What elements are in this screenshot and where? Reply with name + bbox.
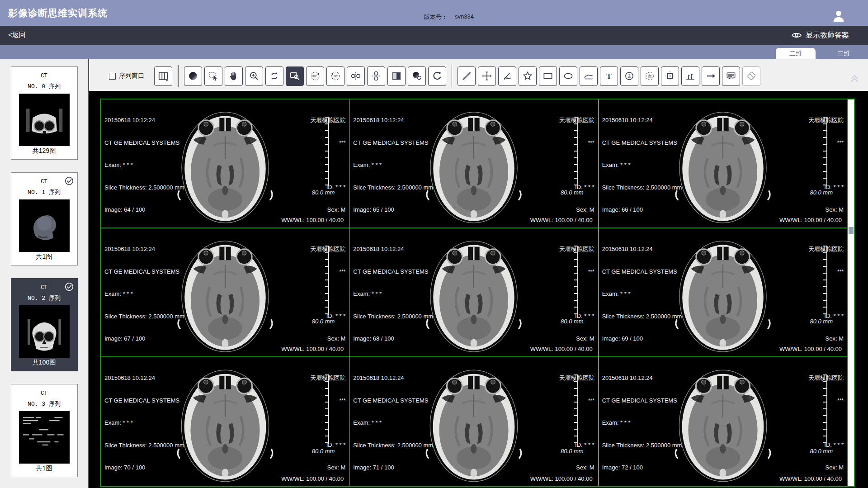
- tool-flip-horizontal-button[interactable]: [347, 66, 365, 86]
- series-card-2[interactable]: CT NO. 2 序列 共100图: [11, 278, 78, 371]
- viewer-cell-image-64[interactable]: 20150618 10:12:24 CT GE MEDICAL SYSTEMS …: [101, 99, 349, 228]
- scale-ruler: [574, 374, 578, 444]
- viewer-scrollbar[interactable]: [847, 99, 854, 486]
- person-icon: [831, 9, 846, 24]
- overlay-top-left: 20150618 10:12:24 CT GE MEDICAL SYSTEMS …: [602, 231, 682, 357]
- version-label: 版本号：: [424, 13, 448, 21]
- patient-sex: Sex: M: [808, 206, 844, 214]
- tool-reset-button[interactable]: [428, 66, 446, 86]
- star-icon: [522, 70, 533, 82]
- series-card-1[interactable]: CT NO. 1 序列 共1图: [11, 172, 78, 265]
- viewer-cell-image-72[interactable]: 20150618 10:12:24 CT GE MEDICAL SYSTEMS …: [599, 357, 847, 486]
- image-number: Image: 67 / 100: [104, 335, 184, 343]
- ct-brain-slice-image: [670, 359, 776, 484]
- tool-angle-button[interactable]: [498, 66, 516, 86]
- scale-label: 80.0 mm: [561, 189, 584, 196]
- tool-window-level-button[interactable]: [184, 66, 202, 86]
- tool-star-button[interactable]: [519, 66, 537, 86]
- main-toolbar: 序列窗口: [89, 59, 868, 91]
- scale-ruler: [325, 246, 329, 315]
- tool-comment-button[interactable]: [722, 66, 740, 86]
- image-number: Image: 69 / 100: [602, 335, 682, 343]
- overlay-top-left: 20150618 10:12:24 CT GE MEDICAL SYSTEMS …: [602, 360, 682, 486]
- ct-brain-slice-image: [172, 359, 278, 484]
- study-datetime: 20150618 10:12:24: [602, 374, 682, 382]
- patient-sex: Sex: M: [310, 464, 345, 472]
- tool-rect-select-button[interactable]: [204, 66, 222, 86]
- window-level-icon: [187, 70, 199, 82]
- tool-ellipse-button[interactable]: [559, 66, 577, 86]
- series-card-3[interactable]: CT NO. 3 序列 共1图: [11, 384, 78, 477]
- exam-label: Exam: * * *: [602, 419, 682, 427]
- tool-histogram-button[interactable]: [681, 66, 699, 86]
- tool-window-preset-button[interactable]: [408, 66, 426, 86]
- tool-flip-vertical-button[interactable]: [367, 66, 385, 86]
- tool-invert-button[interactable]: [387, 66, 406, 86]
- viewer-cell-image-68[interactable]: 20150618 10:12:24 CT GE MEDICAL SYSTEMS …: [349, 228, 598, 357]
- tab-2d[interactable]: 二维: [776, 48, 816, 59]
- image-number: Image: 66 / 100: [602, 206, 682, 214]
- series-window-label: 序列窗口: [119, 72, 144, 80]
- rotate-90-cw-icon: [330, 70, 341, 82]
- viewer-cell-image-69[interactable]: 20150618 10:12:24 CT GE MEDICAL SYSTEMS …: [599, 228, 847, 357]
- viewer-cell-image-65[interactable]: 20150618 10:12:24 CT GE MEDICAL SYSTEMS …: [349, 99, 598, 228]
- viewer-cell-image-71[interactable]: 20150618 10:12:24 CT GE MEDICAL SYSTEMS …: [349, 357, 598, 486]
- device-name: CT GE MEDICAL SYSTEMS: [353, 397, 433, 405]
- tool-region-zoom-button[interactable]: [286, 66, 304, 86]
- version-info: 版本号： svn334: [424, 13, 474, 21]
- app-header: 影像诊断思维实训系统 版本号： svn334: [0, 0, 868, 26]
- viewer-cell-image-70[interactable]: 20150618 10:12:24 CT GE MEDICAL SYSTEMS …: [101, 357, 349, 486]
- device-name: CT GE MEDICAL SYSTEMS: [104, 139, 184, 147]
- patient-sex: Sex: M: [559, 206, 594, 214]
- tool-rotate-90-cw-button[interactable]: [326, 66, 344, 86]
- tool-text-button[interactable]: [600, 66, 618, 86]
- slice-thickness: Slice Thickness: 2.500000 mm: [353, 184, 433, 192]
- tool-rotate-cycle-button[interactable]: [265, 66, 283, 86]
- slice-thickness: Slice Thickness: 2.500000 mm: [353, 442, 433, 450]
- flip-horizontal-icon: [350, 70, 362, 82]
- series-window-checkbox[interactable]: [109, 73, 116, 80]
- tool-rectangle-button[interactable]: [539, 66, 557, 86]
- overlay-top-left: 20150618 10:12:24 CT GE MEDICAL SYSTEMS …: [104, 102, 184, 228]
- back-button[interactable]: <返回: [8, 31, 26, 39]
- overlay-top-left: 20150618 10:12:24 CT GE MEDICAL SYSTEMS …: [104, 360, 184, 486]
- scale-label: 80.0 mm: [810, 448, 833, 455]
- toolbar-collapse-button[interactable]: [848, 72, 861, 84]
- tool-line-button[interactable]: [458, 66, 476, 86]
- study-datetime: 20150618 10:12:24: [353, 117, 433, 124]
- tool-crop-grid-button[interactable]: [661, 66, 679, 86]
- tool-eraser-button[interactable]: [742, 66, 760, 86]
- study-datetime: 20150618 10:12:24: [104, 374, 184, 382]
- tool-arrow-button[interactable]: [702, 66, 720, 86]
- crop-grid-icon: [664, 70, 676, 82]
- tool-length-button[interactable]: [478, 66, 496, 86]
- scale-label: 80.0 mm: [312, 318, 335, 325]
- ct-brain-slice-image: [670, 230, 775, 355]
- tool-secondary-label-button[interactable]: [641, 66, 659, 86]
- study-datetime: 20150618 10:12:24: [602, 117, 682, 124]
- exam-label: Exam: * * *: [602, 161, 682, 169]
- slice-thickness: Slice Thickness: 2.500000 mm: [602, 442, 682, 450]
- user-avatar-button[interactable]: [831, 9, 846, 24]
- tool-rotate-90-ccw-button[interactable]: [306, 66, 324, 86]
- show-teacher-answer-button[interactable]: 显示教师答案: [791, 30, 849, 41]
- series-card-0[interactable]: CT NO. 0 序列 共129图: [11, 66, 78, 160]
- scale-ruler: [574, 246, 578, 315]
- selected-series-frame: 20150618 10:12:24 CT GE MEDICAL SYSTEMS …: [100, 99, 855, 487]
- tab-3d[interactable]: 三维: [824, 48, 863, 59]
- tool-zoom-in-button[interactable]: [245, 66, 263, 86]
- tool-main-label-button[interactable]: [620, 66, 638, 86]
- viewer-cell-image-67[interactable]: 20150618 10:12:24 CT GE MEDICAL SYSTEMS …: [101, 228, 349, 357]
- viewer-cell-image-66[interactable]: 20150618 10:12:24 CT GE MEDICAL SYSTEMS …: [599, 99, 847, 228]
- tool-layout-columns-button[interactable]: [154, 66, 172, 86]
- tool-curve-button[interactable]: [580, 66, 598, 86]
- patient-sex: Sex: M: [559, 464, 594, 472]
- device-name: CT GE MEDICAL SYSTEMS: [104, 268, 184, 276]
- tool-pan-button[interactable]: [225, 66, 243, 86]
- scrollbar-thumb[interactable]: [849, 227, 854, 234]
- rotate-cycle-icon: [269, 70, 280, 82]
- series-sidebar: CT NO. 0 序列 共129图 CT NO. 1 序列 共1图 CT NO.…: [0, 59, 89, 488]
- tab-strip: 二维 三维: [0, 45, 868, 59]
- series-window-toggle[interactable]: 序列窗口: [109, 72, 144, 80]
- show-teacher-answer-label: 显示教师答案: [806, 31, 849, 40]
